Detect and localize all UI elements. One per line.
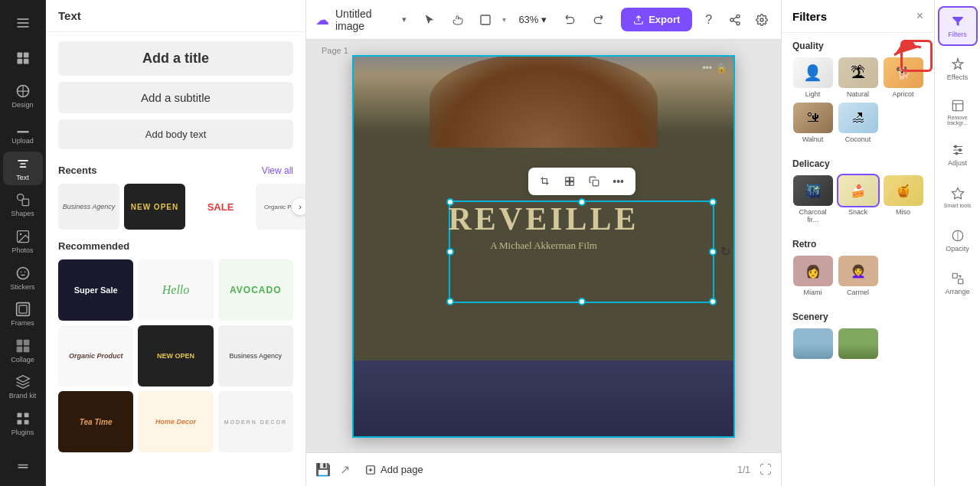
text-buttons-group: Add a title Add a subtitle Add body text [46,32,305,158]
recent-item-business-agency[interactable]: Business Agency [58,184,119,230]
rec-item-super-sale[interactable]: Super Sale [58,259,133,321]
zoom-control[interactable]: 63% ▾ [512,11,553,28]
sidebar-item-brandkit[interactable]: Brand kit [3,370,43,404]
canvas-wrapper[interactable]: Page 1 [306,40,781,452]
view-all-link[interactable]: View all [262,165,293,176]
undo-btn[interactable] [559,8,580,32]
hamburger-icon[interactable] [3,6,43,40]
filter-delicacy-section: Delicacy 🌃 Charcoal fir... 🍰 Snack 🍯 Mis… [782,151,934,231]
add-page-label: Add page [381,464,423,475]
hand-tool-btn[interactable] [447,8,469,32]
opacity-tool-label: Opacity [946,245,969,253]
more-options-button[interactable]: ••• [608,171,629,192]
filter-coconut[interactable]: 🏖 Coconut [838,103,878,143]
rec-item-tea-time[interactable]: Tea Time [58,391,133,452]
smart-tools-tool[interactable]: Smart tools [938,178,978,217]
crop-button[interactable] [534,171,556,192]
svg-rect-27 [481,15,490,24]
sidebar-item-templates[interactable] [3,43,43,77]
filter-charcoal-label: Charcoal fir... [792,208,833,223]
sidebar-item-upload[interactable]: Upload [3,116,43,149]
fullscreen-icon[interactable]: ⛶ [760,463,772,477]
doc-cloud-icon: ☁ [315,11,329,28]
arrange-tool[interactable]: Arrange [938,263,978,303]
recents-scroll-right[interactable]: › [292,198,306,215]
sidebar-item-photos[interactable]: Photos [3,225,43,259]
share-button[interactable] [725,8,746,31]
filter-miami-thumb: 👩 [793,256,833,286]
help-button[interactable]: ? [698,8,719,31]
recent-item-newopen[interactable]: NEW OPEN [124,184,185,230]
handle-bottom-left[interactable] [446,298,454,305]
add-body-button[interactable]: Add body text [58,119,293,149]
filter-miami[interactable]: 👩 Miami [792,256,833,296]
filter-walnut[interactable]: 🏜 Walnut [792,103,833,143]
sidebar-item-design[interactable]: Design [3,79,43,113]
recent-item-sale[interactable]: SALE [190,184,251,230]
filter-carmel-thumb: 👩‍🦱 [838,256,878,286]
svg-rect-6 [23,59,28,64]
filter-light[interactable]: 👤 Light [792,57,833,98]
copy-button[interactable] [583,171,605,192]
filter-snack[interactable]: 🍰 Snack [838,175,878,223]
recents-row: Business Agency NEW OPEN SALE Organic Pr… [46,179,305,234]
svg-rect-21 [17,413,21,418]
canvas-more-icon[interactable]: ••• [702,63,712,73]
smart-tools-label: Smart tools [944,203,971,208]
filter-scenery-grid [792,328,923,361]
filter-natural[interactable]: 🏝 Natural [838,57,878,98]
filter-close-button[interactable]: × [916,9,923,23]
adjust-tool[interactable]: Adjust [938,135,978,175]
shirt-main-text: REVEILLE [448,203,639,235]
filter-charcoal[interactable]: 🌃 Charcoal fir... [792,175,833,223]
handle-middle-right[interactable] [709,248,717,256]
svg-rect-43 [952,273,957,278]
rec-item-new-open[interactable]: NEW OPEN [138,325,213,387]
sidebar-item-stickers[interactable]: Stickers [3,261,43,295]
add-title-button[interactable]: Add a title [58,41,293,76]
handle-bottom-middle[interactable] [578,298,586,305]
rec-item-hello[interactable]: Hello [138,259,213,321]
remove-bg-tool[interactable]: Remove backgr... [938,92,978,132]
rotate-handle[interactable]: ↻ [720,244,735,259]
filter-apricot[interactable]: 🐕 Apricot [883,57,923,98]
sidebar-item-shapes[interactable]: Shapes [3,188,43,222]
rec-item-modern-decor[interactable]: MODERN DECOR [218,391,293,452]
opacity-tool[interactable]: Opacity [938,220,978,260]
doc-dropdown-arrow[interactable]: ▾ [402,15,407,24]
rec-item-home-decor[interactable]: Home Decor [138,391,213,452]
save-icon[interactable]: 💾 [315,462,331,477]
svg-rect-36 [593,180,599,186]
filter-miso[interactable]: 🍯 Miso [883,175,923,223]
select-tool-btn[interactable] [419,8,440,32]
filter-scenery2[interactable] [838,328,878,361]
rec-item-organic-product[interactable]: Organic Product [58,325,133,387]
frame-dropdown-arrow[interactable]: ▾ [502,15,506,24]
sidebar-item-frames[interactable]: Frames [3,298,43,331]
svg-rect-32 [565,178,569,181]
canvas-frame[interactable]: ••• ↻ REVEILLE A Michael Akkerman Film 🔒… [352,55,735,438]
filter-miso-label: Miso [896,208,910,216]
filter-scenery1[interactable] [792,328,833,361]
export-button[interactable]: Export [621,8,692,31]
filter-panel-title: Filters [792,10,827,23]
add-subtitle-button[interactable]: Add a subtitle [58,82,293,113]
share-small-icon[interactable]: ↗ [340,462,350,477]
sidebar-item-bottom[interactable] [3,446,43,480]
settings-button[interactable] [751,8,772,31]
filters-tool[interactable]: Filters [938,6,978,46]
rec-item-business-agency[interactable]: Business Agency [218,325,293,387]
frame-size-btn[interactable] [475,8,496,32]
add-page-button[interactable]: Add page [359,461,430,478]
sidebar-label-text: Text [16,174,29,181]
grid-button[interactable] [559,171,580,192]
redo-btn[interactable] [587,8,609,32]
recents-section-header: Recents View all [46,158,305,179]
rec-item-avocado[interactable]: AVOCADO [218,259,293,321]
sidebar-item-collage[interactable]: Collage [3,334,43,367]
effects-tool[interactable]: Effects [938,49,978,89]
doc-title[interactable]: Untitled image [335,8,396,32]
filter-carmel[interactable]: 👩‍🦱 Carmel [838,256,878,296]
sidebar-item-text[interactable]: Text [3,152,43,185]
sidebar-item-plugins[interactable]: Plugins [3,407,43,441]
